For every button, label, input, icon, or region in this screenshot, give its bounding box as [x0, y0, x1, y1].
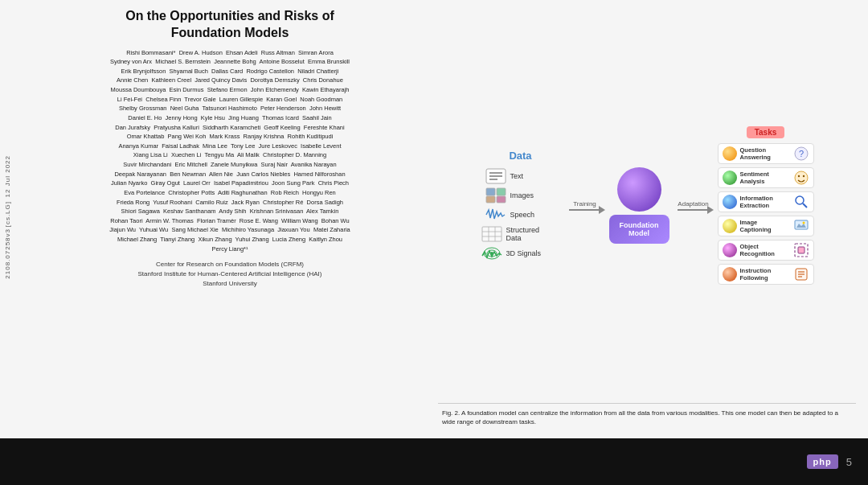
- date-text: 12 Jul 2022: [4, 155, 11, 197]
- arxiv-label: [cs.LG]: [4, 201, 11, 227]
- svg-rect-5: [497, 188, 506, 195]
- caption: Fig. 2. A foundation model can centraliz…: [438, 403, 856, 430]
- training-label: Training: [573, 200, 596, 208]
- structured-label: StructuredData: [506, 226, 540, 242]
- data-item-speech: Speech: [485, 207, 557, 223]
- svg-line-22: [803, 203, 807, 208]
- svg-rect-23: [795, 220, 808, 229]
- task-item-sentiment: SentimentAnalysis: [718, 167, 814, 188]
- svg-point-18: [795, 171, 808, 184]
- title-line2: Foundation Models: [171, 26, 289, 39]
- adaptation-arrow: Adaptation: [678, 200, 710, 211]
- right-panel: Data Text: [430, 8, 856, 430]
- object-label: ObjectRecognition: [740, 243, 790, 257]
- sentiment-sphere: [723, 171, 737, 185]
- signals-label: 3D Signals: [506, 249, 542, 257]
- object-icon: [793, 242, 809, 258]
- foundation-box: FoundationModel: [609, 215, 669, 244]
- svg-point-21: [796, 196, 804, 204]
- affiliation2: Stanford Institute for Human-Centered Ar…: [138, 270, 322, 277]
- data-item-signals: 3D Signals: [481, 245, 561, 261]
- captioning-sphere: [723, 219, 737, 233]
- text-label: Text: [510, 172, 524, 180]
- adaptation-label: Adaptation: [678, 200, 708, 208]
- affiliation: Center for Research on Foundation Models…: [30, 260, 430, 289]
- structured-icon: [481, 226, 503, 242]
- text-icon: [485, 168, 507, 184]
- sentiment-label: SentimentAnalysis: [740, 171, 790, 185]
- training-arrow-line: [569, 209, 601, 211]
- foundation-model: FoundationModel: [609, 167, 669, 244]
- data-title: Data: [509, 150, 531, 162]
- title-line1: On the Opportunities and Risks of: [125, 9, 334, 23]
- sentiment-icon: [793, 170, 809, 186]
- tasks-title: Tasks: [747, 126, 785, 138]
- adaptation-arrow-line: [678, 209, 710, 211]
- task-item-instruction: InstructionFollowing: [718, 264, 814, 285]
- task-item-captioning: ImageCaptioning: [718, 216, 814, 236]
- svg-rect-4: [486, 188, 495, 195]
- arxiv-id: 2108.07258v3: [4, 228, 11, 279]
- svg-point-19: [797, 175, 799, 177]
- foundation-label: FoundationModel: [620, 221, 659, 237]
- task-item-object: ObjectRecognition: [718, 240, 814, 261]
- tasks-column: Tasks QuestionAnswering ? SentimentAna: [718, 126, 814, 285]
- svg-rect-6: [486, 196, 495, 203]
- affiliation1: Center for Research on Foundation Models…: [156, 261, 304, 268]
- data-item-text: Text: [485, 168, 557, 184]
- instruction-icon: [793, 266, 809, 282]
- qa-label: QuestionAnswering: [740, 146, 790, 161]
- svg-point-20: [802, 175, 804, 177]
- main-slide: 12 Jul 2022 [cs.LG] 2108.07258v3 On the …: [0, 0, 868, 438]
- left-panel: On the Opportunities and Risks of Founda…: [12, 8, 430, 430]
- bottom-bar: php 5: [0, 438, 868, 485]
- training-arrow: Training: [569, 200, 601, 211]
- signals-icon: [481, 245, 503, 261]
- svg-rect-7: [497, 196, 506, 203]
- instruction-label: InstructionFollowing: [740, 267, 790, 282]
- object-sphere: [723, 243, 737, 257]
- affiliation3: Stanford University: [203, 280, 257, 287]
- svg-point-24: [802, 221, 805, 224]
- svg-text:?: ?: [798, 149, 803, 158]
- instruction-sphere: [723, 267, 737, 282]
- data-column: Data Text: [481, 150, 561, 261]
- images-label: Images: [510, 191, 534, 199]
- svg-rect-8: [482, 227, 502, 241]
- foundation-sphere: [617, 167, 661, 212]
- ie-sphere: [723, 195, 737, 209]
- qa-sphere: [723, 146, 737, 161]
- slide-number: 5: [846, 456, 852, 468]
- ie-label: InformationExtraction: [740, 195, 790, 209]
- svg-rect-26: [798, 247, 805, 253]
- diagram-area: Data Text: [438, 8, 856, 403]
- task-item-ie: InformationExtraction: [718, 191, 814, 212]
- authors-text: Rishi Bommasani* Drew A. Hudson Ehsan Ad…: [30, 48, 430, 254]
- qa-icon: ?: [793, 146, 809, 162]
- images-icon: [485, 187, 507, 203]
- ie-icon: [793, 194, 809, 210]
- speech-label: Speech: [510, 211, 535, 219]
- speech-icon: [485, 207, 507, 223]
- paper-title: On the Opportunities and Risks of Founda…: [30, 8, 430, 42]
- php-badge: php: [807, 454, 838, 469]
- task-item-qa: QuestionAnswering ?: [718, 143, 814, 164]
- data-item-images: Images: [485, 187, 557, 203]
- captioning-icon: [793, 218, 809, 234]
- data-item-structured: StructuredData: [481, 226, 561, 242]
- captioning-label: ImageCaptioning: [740, 219, 790, 233]
- date-bar: 12 Jul 2022 [cs.LG] 2108.07258v3: [0, 64, 14, 370]
